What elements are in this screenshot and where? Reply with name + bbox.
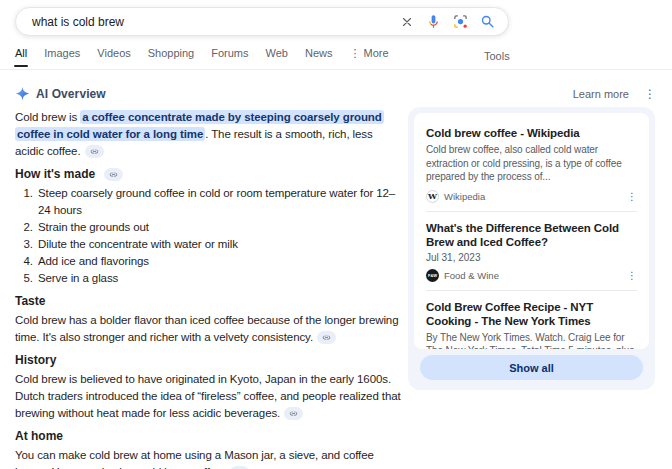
ai-overview-label: AI Overview [36, 87, 106, 101]
tab-all[interactable]: All [15, 47, 27, 59]
ai-overview-actions: Learn more ⋮ [573, 87, 656, 101]
source-card-wikipedia[interactable]: Cold brew coffee - Wikipedia Cold brew c… [426, 117, 637, 211]
at-home-paragraph: You can make cold brew at home using a M… [15, 447, 403, 469]
source-title: Cold Brew Coffee Recipe - NYT Cooking - … [426, 300, 637, 328]
show-all-button[interactable]: Show all [420, 355, 643, 380]
source-chip[interactable] [284, 407, 303, 420]
section-heading-at-home: At home [15, 429, 403, 443]
source-title: What's the Difference Between Cold Brew … [426, 221, 637, 249]
source-chip[interactable] [85, 145, 104, 158]
source-footer: F&W Food & Wine ⋮ [426, 269, 637, 282]
link-icon [322, 333, 331, 342]
section-heading-taste: Taste [15, 294, 403, 308]
source-footer: W Wikipedia ⋮ [426, 190, 637, 203]
taste-text: Cold brew has a bolder flavor than iced … [15, 314, 398, 343]
source-card-food-and-wine[interactable]: What's the Difference Between Cold Brew … [426, 211, 637, 290]
more-kebab-icon: ⋮ [349, 48, 360, 59]
history-text: Cold brew is believed to have originated… [15, 373, 401, 419]
list-item: Serve in a glass [36, 270, 403, 287]
microphone-icon[interactable] [426, 14, 441, 29]
source-menu-icon[interactable]: ⋮ [627, 191, 637, 202]
heading-text: Taste [15, 294, 45, 308]
source-card-nyt-cooking[interactable]: Cold Brew Coffee Recipe - NYT Cooking - … [426, 290, 637, 350]
section-heading-history: History [15, 353, 403, 367]
heading-text: History [15, 353, 56, 367]
source-description: By The New York Times. Watch. Craig Lee … [426, 331, 637, 350]
link-icon [90, 147, 99, 156]
ai-overview-menu-icon[interactable]: ⋮ [644, 87, 656, 101]
search-bar-icons [400, 14, 508, 29]
list-item: Strain the grounds out [36, 219, 403, 236]
list-item: Steep coarsely ground coffee in cold or … [36, 185, 403, 219]
tab-shopping[interactable]: Shopping [148, 47, 195, 59]
source-name: Food & Wine [444, 270, 622, 281]
link-icon [289, 409, 298, 418]
clear-icon[interactable] [400, 15, 414, 29]
tab-more[interactable]: ⋮ More [349, 47, 388, 59]
at-home-text: You can make cold brew at home using a M… [15, 449, 374, 469]
search-submit-icon[interactable] [480, 14, 495, 29]
tab-more-label: More [363, 47, 388, 59]
link-icon [109, 170, 118, 179]
learn-more-link[interactable]: Learn more [573, 88, 629, 100]
intro-pre: Cold brew is [15, 111, 80, 123]
ai-overview-body: Cold brew is a coffee concentrate made b… [15, 106, 403, 469]
tab-videos[interactable]: Videos [97, 47, 130, 59]
source-chip[interactable] [104, 168, 123, 181]
wikipedia-favicon: W [426, 190, 439, 203]
tab-images[interactable]: Images [44, 47, 80, 59]
tab-forums[interactable]: Forums [211, 47, 248, 59]
tab-news[interactable]: News [305, 47, 333, 59]
tabs-divider [0, 69, 672, 70]
history-paragraph: Cold brew is believed to have originated… [15, 371, 403, 422]
sparkle-icon [15, 86, 30, 101]
source-name: Wikipedia [444, 191, 622, 202]
ai-overview-title: AI Overview [15, 86, 106, 101]
source-date: Jul 31, 2023 [426, 252, 637, 263]
list-item: Dilute the concentrate with water or mil… [36, 236, 403, 253]
lens-icon[interactable] [453, 14, 468, 29]
search-results-page: All Images Videos Shopping Forums Web Ne… [0, 0, 672, 469]
source-chip[interactable] [317, 331, 336, 344]
heading-text: At home [15, 429, 63, 443]
source-description: Cold brew coffee, also called cold water… [426, 143, 637, 184]
list-item: Add ice and flavorings [36, 253, 403, 270]
food-and-wine-favicon: F&W [426, 269, 439, 282]
search-input[interactable] [16, 15, 400, 29]
ai-overview-header: AI Overview Learn more ⋮ [15, 86, 656, 101]
search-bar [15, 7, 509, 36]
heading-text: How it's made [15, 167, 95, 181]
section-heading-how-its-made: How it's made [15, 167, 403, 181]
sources-panel: Cold brew coffee - Wikipedia Cold brew c… [408, 107, 655, 390]
source-menu-icon[interactable]: ⋮ [627, 270, 637, 281]
result-tabs: All Images Videos Shopping Forums Web Ne… [15, 47, 389, 59]
tools-button[interactable]: Tools [484, 50, 510, 62]
intro-paragraph: Cold brew is a coffee concentrate made b… [15, 109, 403, 160]
tab-web[interactable]: Web [266, 47, 288, 59]
taste-paragraph: Cold brew has a bolder flavor than iced … [15, 312, 403, 346]
how-its-made-list: Steep coarsely ground coffee in cold or … [15, 185, 403, 287]
source-title: Cold brew coffee - Wikipedia [426, 126, 637, 140]
sources-card-list: Cold brew coffee - Wikipedia Cold brew c… [414, 113, 649, 349]
